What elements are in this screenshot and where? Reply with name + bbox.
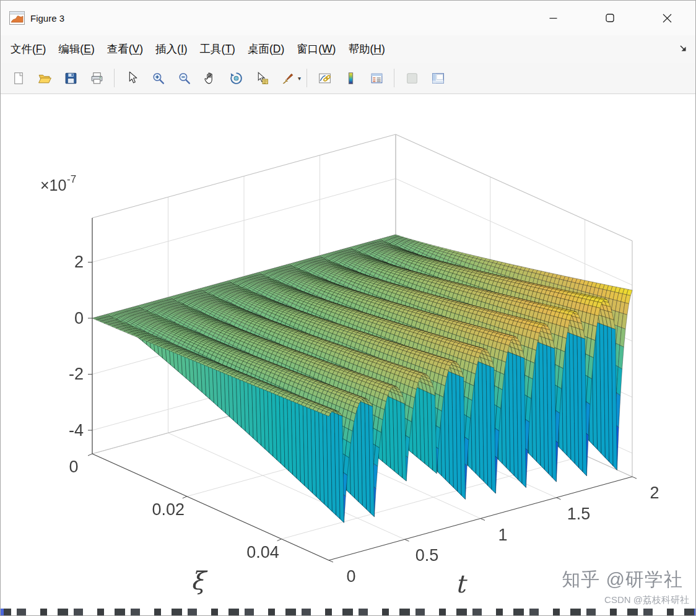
edit-plot-button[interactable] <box>121 67 143 89</box>
figure-area: 知乎 @研学社 CSDN @荔枝科研社 <box>1 94 696 616</box>
hide-plot-tools-button <box>401 67 423 89</box>
show-plot-tools-icon <box>430 71 446 86</box>
open-file-icon <box>37 71 53 86</box>
menu-edit[interactable]: 编辑(E) <box>52 38 100 60</box>
save-figure-icon <box>63 71 79 86</box>
new-figure-button[interactable] <box>7 67 30 89</box>
close-icon <box>663 14 672 23</box>
window-controls <box>524 1 695 35</box>
menu-help[interactable]: 帮助(H) <box>342 38 391 60</box>
link-plot-icon <box>317 71 333 86</box>
insert-legend-icon <box>369 71 385 86</box>
toolbar-separator <box>307 69 307 87</box>
zoom-out-icon <box>176 71 192 86</box>
rotate-3d-button[interactable] <box>225 67 247 89</box>
zoom-out-button[interactable] <box>173 67 195 89</box>
pan-icon <box>202 71 218 86</box>
save-figure-button[interactable] <box>59 67 82 89</box>
minimize-button[interactable] <box>524 1 581 35</box>
insert-colorbar-icon <box>343 71 359 86</box>
menu-view[interactable]: 查看(V) <box>101 38 149 60</box>
brush-icon <box>281 71 296 86</box>
window-title: Figure 3 <box>30 13 64 24</box>
brush-button[interactable] <box>277 67 299 89</box>
zoom-in-button[interactable] <box>147 67 169 89</box>
maximize-button[interactable] <box>581 1 638 35</box>
menu-desktop[interactable]: 桌面(D) <box>241 38 290 60</box>
insert-colorbar-button[interactable] <box>339 67 362 89</box>
plot-canvas[interactable] <box>1 94 696 616</box>
toolbar-separator <box>394 69 394 87</box>
figure-window: Figure 3 文件(F)编辑(E)查看(V)插入(I)工具(T)桌面(D)窗… <box>0 0 696 616</box>
menu-window[interactable]: 窗口(W) <box>290 38 342 60</box>
watermark-zhihu: 知乎 @研学社 <box>562 567 683 592</box>
show-plot-tools-button[interactable] <box>427 67 449 89</box>
new-figure-icon <box>11 71 27 86</box>
menu-file[interactable]: 文件(F) <box>4 38 52 60</box>
insert-legend-button[interactable] <box>365 67 388 89</box>
edit-plot-icon <box>124 71 140 86</box>
close-button[interactable] <box>638 1 695 35</box>
brush-dropdown-caret[interactable]: ▾ <box>298 75 301 82</box>
data-cursor-button[interactable] <box>251 67 273 89</box>
link-plot-button[interactable] <box>313 67 336 89</box>
print-figure-icon <box>89 71 105 86</box>
menu-tools[interactable]: 工具(T) <box>194 38 241 60</box>
hide-plot-tools-icon <box>404 71 420 86</box>
zoom-in-icon <box>150 71 166 86</box>
toolbar: ▾ <box>1 63 695 94</box>
print-figure-button[interactable] <box>85 67 108 89</box>
minimize-icon <box>549 14 557 22</box>
matlab-figure-icon <box>9 11 25 25</box>
open-file-button[interactable] <box>33 67 56 89</box>
titlebar: Figure 3 <box>1 1 695 35</box>
menu-insert[interactable]: 插入(I) <box>149 38 194 60</box>
data-cursor-icon <box>254 71 270 86</box>
toolbar-separator <box>114 69 115 87</box>
dock-arrow-icon[interactable] <box>679 44 688 56</box>
menubar: 文件(F)编辑(E)查看(V)插入(I)工具(T)桌面(D)窗口(W)帮助(H) <box>1 35 695 63</box>
cropped-content-strip <box>1 609 696 616</box>
pan-button[interactable] <box>199 67 221 89</box>
maximize-icon <box>606 14 614 22</box>
watermark-csdn: CSDN @荔枝科研社 <box>604 594 689 606</box>
rotate-3d-icon <box>228 71 244 86</box>
